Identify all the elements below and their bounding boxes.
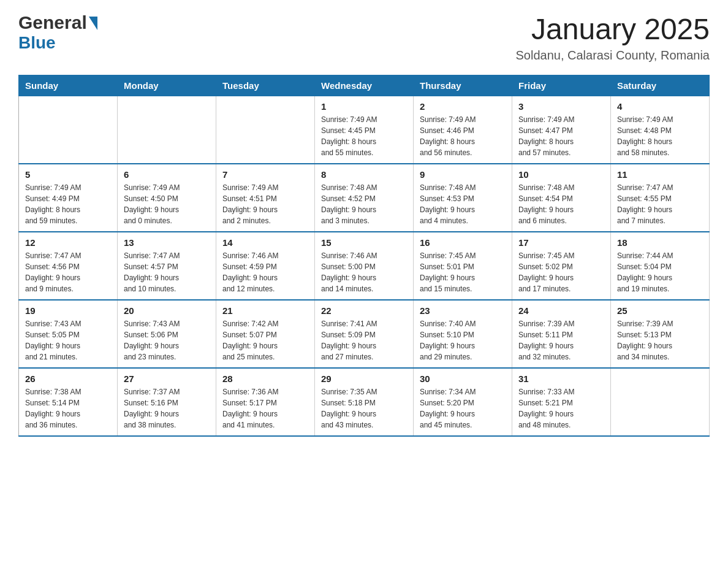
- calendar-cell: [19, 96, 118, 164]
- calendar-cell: 3Sunrise: 7:49 AM Sunset: 4:47 PM Daylig…: [512, 96, 611, 164]
- day-number: 15: [321, 237, 407, 248]
- day-number: 18: [617, 237, 703, 248]
- calendar-cell: [611, 368, 710, 436]
- calendar-cell: 15Sunrise: 7:46 AM Sunset: 5:00 PM Dayli…: [315, 232, 414, 300]
- calendar-cell: 21Sunrise: 7:42 AM Sunset: 5:07 PM Dayli…: [216, 300, 315, 368]
- calendar-cell: 7Sunrise: 7:49 AM Sunset: 4:51 PM Daylig…: [216, 164, 315, 232]
- day-info: Sunrise: 7:49 AM Sunset: 4:45 PM Dayligh…: [321, 114, 407, 158]
- week-row-2: 5Sunrise: 7:49 AM Sunset: 4:49 PM Daylig…: [19, 164, 710, 232]
- day-number: 23: [420, 305, 506, 316]
- header-day-tuesday: Tuesday: [216, 75, 315, 96]
- day-info: Sunrise: 7:42 AM Sunset: 5:07 PM Dayligh…: [222, 318, 308, 362]
- logo-triangle-icon: [89, 17, 97, 30]
- calendar-cell: 13Sunrise: 7:47 AM Sunset: 4:57 PM Dayli…: [118, 232, 216, 300]
- day-info: Sunrise: 7:48 AM Sunset: 4:53 PM Dayligh…: [420, 182, 506, 226]
- calendar-cell: 5Sunrise: 7:49 AM Sunset: 4:49 PM Daylig…: [19, 164, 118, 232]
- day-number: 11: [617, 169, 703, 180]
- calendar-header: SundayMondayTuesdayWednesdayThursdayFrid…: [19, 75, 710, 96]
- day-number: 22: [321, 305, 407, 316]
- header-day-sunday: Sunday: [19, 75, 118, 96]
- day-number: 3: [518, 101, 604, 112]
- header-day-monday: Monday: [118, 75, 216, 96]
- day-info: Sunrise: 7:49 AM Sunset: 4:46 PM Dayligh…: [420, 114, 506, 158]
- logo: General Blue: [18, 12, 97, 53]
- day-info: Sunrise: 7:48 AM Sunset: 4:54 PM Dayligh…: [518, 182, 604, 226]
- calendar-cell: 4Sunrise: 7:49 AM Sunset: 4:48 PM Daylig…: [611, 96, 710, 164]
- day-info: Sunrise: 7:33 AM Sunset: 5:21 PM Dayligh…: [518, 386, 604, 431]
- day-info: Sunrise: 7:44 AM Sunset: 5:04 PM Dayligh…: [617, 250, 703, 294]
- calendar-cell: 6Sunrise: 7:49 AM Sunset: 4:50 PM Daylig…: [118, 164, 216, 232]
- calendar-cell: 9Sunrise: 7:48 AM Sunset: 4:53 PM Daylig…: [414, 164, 512, 232]
- header-day-wednesday: Wednesday: [315, 75, 414, 96]
- calendar-cell: 2Sunrise: 7:49 AM Sunset: 4:46 PM Daylig…: [414, 96, 512, 164]
- day-info: Sunrise: 7:49 AM Sunset: 4:47 PM Dayligh…: [518, 114, 604, 158]
- calendar-cell: 27Sunrise: 7:37 AM Sunset: 5:16 PM Dayli…: [118, 368, 216, 436]
- day-number: 1: [321, 101, 407, 112]
- day-info: Sunrise: 7:43 AM Sunset: 5:06 PM Dayligh…: [124, 318, 210, 362]
- day-number: 14: [222, 237, 308, 248]
- logo-general-text: General: [18, 12, 87, 33]
- header-row: SundayMondayTuesdayWednesdayThursdayFrid…: [19, 75, 710, 96]
- day-info: Sunrise: 7:45 AM Sunset: 5:01 PM Dayligh…: [420, 250, 506, 294]
- week-row-4: 19Sunrise: 7:43 AM Sunset: 5:05 PM Dayli…: [19, 300, 710, 368]
- day-info: Sunrise: 7:47 AM Sunset: 4:56 PM Dayligh…: [25, 250, 111, 294]
- calendar-cell: 1Sunrise: 7:49 AM Sunset: 4:45 PM Daylig…: [315, 96, 414, 164]
- calendar-cell: [216, 96, 315, 164]
- logo-blue-text: Blue: [18, 33, 97, 53]
- calendar-cell: 18Sunrise: 7:44 AM Sunset: 5:04 PM Dayli…: [611, 232, 710, 300]
- day-info: Sunrise: 7:36 AM Sunset: 5:17 PM Dayligh…: [222, 386, 308, 431]
- day-info: Sunrise: 7:49 AM Sunset: 4:51 PM Dayligh…: [222, 182, 308, 226]
- page-header: General Blue January 2025 Soldanu, Calar…: [18, 12, 710, 63]
- calendar-cell: 11Sunrise: 7:47 AM Sunset: 4:55 PM Dayli…: [611, 164, 710, 232]
- header-day-thursday: Thursday: [414, 75, 512, 96]
- calendar-body: 1Sunrise: 7:49 AM Sunset: 4:45 PM Daylig…: [19, 96, 710, 437]
- calendar-cell: 12Sunrise: 7:47 AM Sunset: 4:56 PM Dayli…: [19, 232, 118, 300]
- calendar-cell: 23Sunrise: 7:40 AM Sunset: 5:10 PM Dayli…: [414, 300, 512, 368]
- calendar-cell: 24Sunrise: 7:39 AM Sunset: 5:11 PM Dayli…: [512, 300, 611, 368]
- day-info: Sunrise: 7:48 AM Sunset: 4:52 PM Dayligh…: [321, 182, 407, 226]
- title-area: January 2025 Soldanu, Calarasi County, R…: [516, 12, 710, 63]
- day-info: Sunrise: 7:45 AM Sunset: 5:02 PM Dayligh…: [518, 250, 604, 294]
- calendar-cell: 8Sunrise: 7:48 AM Sunset: 4:52 PM Daylig…: [315, 164, 414, 232]
- day-info: Sunrise: 7:49 AM Sunset: 4:50 PM Dayligh…: [124, 182, 210, 226]
- calendar-title: January 2025: [516, 12, 710, 46]
- calendar-cell: 17Sunrise: 7:45 AM Sunset: 5:02 PM Dayli…: [512, 232, 611, 300]
- calendar-cell: [118, 96, 216, 164]
- day-number: 27: [124, 373, 210, 384]
- calendar-cell: 10Sunrise: 7:48 AM Sunset: 4:54 PM Dayli…: [512, 164, 611, 232]
- calendar-cell: 14Sunrise: 7:46 AM Sunset: 4:59 PM Dayli…: [216, 232, 315, 300]
- calendar-cell: 30Sunrise: 7:34 AM Sunset: 5:20 PM Dayli…: [414, 368, 512, 436]
- day-number: 8: [321, 169, 407, 180]
- day-info: Sunrise: 7:40 AM Sunset: 5:10 PM Dayligh…: [420, 318, 506, 362]
- day-info: Sunrise: 7:49 AM Sunset: 4:49 PM Dayligh…: [25, 182, 111, 226]
- day-number: 20: [124, 305, 210, 316]
- calendar-cell: 22Sunrise: 7:41 AM Sunset: 5:09 PM Dayli…: [315, 300, 414, 368]
- day-number: 4: [617, 101, 703, 112]
- day-info: Sunrise: 7:34 AM Sunset: 5:20 PM Dayligh…: [420, 386, 506, 431]
- day-info: Sunrise: 7:46 AM Sunset: 4:59 PM Dayligh…: [222, 250, 308, 294]
- day-number: 16: [420, 237, 506, 248]
- calendar-cell: 29Sunrise: 7:35 AM Sunset: 5:18 PM Dayli…: [315, 368, 414, 436]
- day-number: 31: [518, 373, 604, 384]
- calendar-cell: 19Sunrise: 7:43 AM Sunset: 5:05 PM Dayli…: [19, 300, 118, 368]
- day-number: 29: [321, 373, 407, 384]
- day-number: 6: [124, 169, 210, 180]
- day-info: Sunrise: 7:39 AM Sunset: 5:11 PM Dayligh…: [518, 318, 604, 362]
- calendar-cell: 16Sunrise: 7:45 AM Sunset: 5:01 PM Dayli…: [414, 232, 512, 300]
- day-number: 24: [518, 305, 604, 316]
- day-info: Sunrise: 7:38 AM Sunset: 5:14 PM Dayligh…: [25, 386, 111, 431]
- week-row-3: 12Sunrise: 7:47 AM Sunset: 4:56 PM Dayli…: [19, 232, 710, 300]
- day-number: 26: [25, 373, 111, 384]
- calendar-cell: 20Sunrise: 7:43 AM Sunset: 5:06 PM Dayli…: [118, 300, 216, 368]
- day-number: 2: [420, 101, 506, 112]
- week-row-5: 26Sunrise: 7:38 AM Sunset: 5:14 PM Dayli…: [19, 368, 710, 436]
- day-number: 17: [518, 237, 604, 248]
- day-info: Sunrise: 7:46 AM Sunset: 5:00 PM Dayligh…: [321, 250, 407, 294]
- day-number: 13: [124, 237, 210, 248]
- day-number: 12: [25, 237, 111, 248]
- calendar-cell: 31Sunrise: 7:33 AM Sunset: 5:21 PM Dayli…: [512, 368, 611, 436]
- day-info: Sunrise: 7:47 AM Sunset: 4:57 PM Dayligh…: [124, 250, 210, 294]
- calendar-cell: 28Sunrise: 7:36 AM Sunset: 5:17 PM Dayli…: [216, 368, 315, 436]
- header-day-saturday: Saturday: [611, 75, 710, 96]
- day-info: Sunrise: 7:47 AM Sunset: 4:55 PM Dayligh…: [617, 182, 703, 226]
